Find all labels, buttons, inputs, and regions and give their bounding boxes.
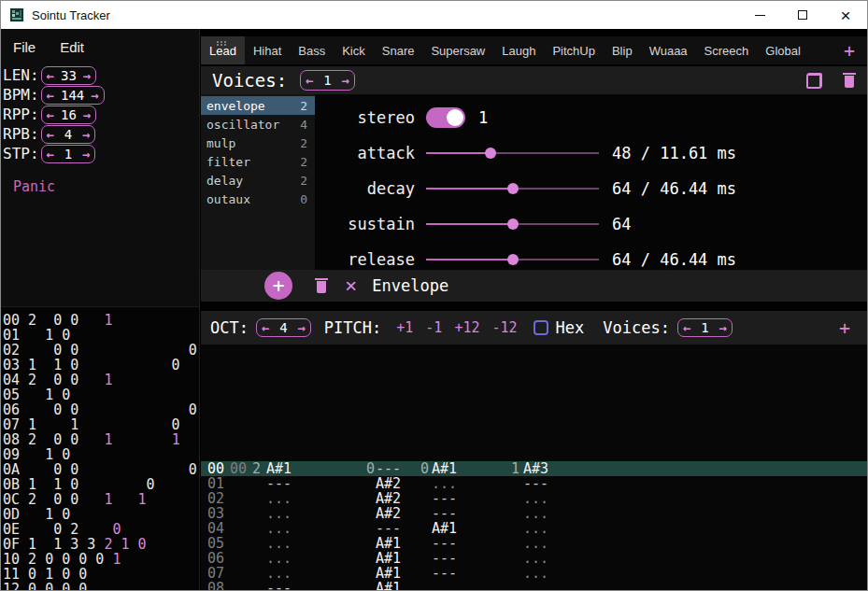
- slider-knob[interactable]: [485, 148, 496, 159]
- pattern-cell[interactable]: ...: [511, 491, 867, 506]
- menu-item[interactable]: File: [13, 39, 36, 55]
- order-list[interactable]: 00 2 0 0 101 1 002 0 0 003 1 1 0 004 2 0…: [1, 306, 199, 590]
- pattern-row[interactable]: 04 ...---A#1...: [201, 521, 867, 536]
- stepper-increment-icon[interactable]: →: [719, 321, 726, 334]
- order-list-row[interactable]: 04 2 0 0 1: [3, 373, 199, 387]
- instrument-tab[interactable]: PitchUp: [544, 36, 604, 64]
- pattern-cell[interactable]: [420, 581, 511, 590]
- order-list-row[interactable]: 0C 2 0 0 1 1: [3, 492, 199, 507]
- pattern-row[interactable]: 03 ...A#2---...: [201, 506, 867, 521]
- pattern-cell[interactable]: ...: [511, 521, 867, 536]
- pattern-row[interactable]: 02 ...A#2---...: [201, 491, 867, 506]
- delete-instrument-icon[interactable]: [843, 73, 856, 88]
- param-slider[interactable]: [426, 254, 599, 265]
- add-instrument-button[interactable]: +: [832, 39, 867, 62]
- pattern-cell[interactable]: ...: [511, 536, 867, 551]
- pitch-button[interactable]: +1: [396, 319, 413, 336]
- maximize-button[interactable]: [781, 1, 824, 29]
- unit-list-item[interactable]: oscillator 4: [201, 115, 315, 134]
- stepper-decrement-icon[interactable]: ←: [47, 128, 54, 141]
- pattern-cell[interactable]: A#2: [366, 491, 420, 506]
- order-list-row[interactable]: 11 0 1 0 0: [3, 567, 199, 582]
- slider-knob[interactable]: [507, 218, 519, 230]
- pattern-row[interactable]: 01 ---A#2...---: [201, 476, 867, 491]
- param-slider[interactable]: [426, 148, 599, 159]
- add-unit-button[interactable]: +: [264, 272, 292, 300]
- stepper-decrement-icon[interactable]: ←: [683, 321, 690, 334]
- stereo-toggle[interactable]: [426, 107, 465, 128]
- pattern-cell[interactable]: ...: [252, 566, 366, 581]
- stepper-increment-icon[interactable]: →: [297, 321, 305, 334]
- order-list-row[interactable]: 02 0 0 0: [3, 343, 199, 358]
- pattern-cell[interactable]: ...: [252, 521, 366, 536]
- slider-knob[interactable]: [507, 183, 519, 194]
- order-list-row[interactable]: 0E 0 2 0: [3, 522, 199, 537]
- pattern-cell[interactable]: 0---: [366, 461, 420, 476]
- panic-button[interactable]: Panic: [13, 178, 55, 195]
- instrument-tab[interactable]: Laugh: [493, 36, 544, 64]
- pattern-cell[interactable]: [511, 581, 867, 590]
- pattern-cell[interactable]: ---: [420, 506, 511, 521]
- pattern-cell[interactable]: ---: [420, 566, 511, 581]
- pattern-cell[interactable]: ---: [252, 476, 366, 491]
- pattern-cell[interactable]: 0A#1: [420, 461, 511, 476]
- stepper-decrement-icon[interactable]: ←: [306, 74, 313, 87]
- order-list-row[interactable]: 09 1 0: [3, 447, 199, 462]
- param-slider[interactable]: [426, 218, 599, 230]
- order-list-row[interactable]: 01 1 0: [3, 328, 199, 343]
- pattern-cell[interactable]: ...: [252, 536, 366, 551]
- pattern-cell[interactable]: A#1: [366, 536, 420, 551]
- order-list-row[interactable]: 0F 1 1 3 3 2 1 0: [3, 537, 199, 552]
- instrument-tab[interactable]: Hihat: [245, 36, 290, 64]
- order-list-row[interactable]: 12 0 0 0 0: [3, 582, 199, 590]
- order-list-row[interactable]: 0A 0 0 0: [3, 462, 199, 477]
- order-list-row[interactable]: 05 1 0: [3, 387, 199, 402]
- stepper-increment-icon[interactable]: →: [342, 74, 349, 87]
- stepper-decrement-icon[interactable]: ←: [47, 148, 54, 161]
- pattern-cell[interactable]: A#1: [420, 521, 511, 536]
- instrument-tab[interactable]: Lead: [201, 36, 245, 64]
- pattern-cell[interactable]: A#2: [366, 476, 420, 491]
- order-list-row[interactable]: 10 2 0 0 0 0 1: [3, 552, 199, 567]
- pattern-row[interactable]: 05 ...A#1---...: [201, 536, 867, 551]
- instrument-tab[interactable]: Blip: [604, 36, 641, 64]
- instrument-tab[interactable]: Supersaw: [422, 36, 493, 64]
- unit-list-item[interactable]: delay 2: [201, 171, 315, 190]
- pattern-cell[interactable]: ---: [420, 491, 511, 506]
- pattern-cell[interactable]: ...: [252, 551, 366, 566]
- pattern-cell[interactable]: ...: [511, 566, 867, 581]
- param-slider[interactable]: [426, 183, 599, 194]
- pattern-cell[interactable]: ---: [366, 521, 420, 536]
- pattern-cell[interactable]: ---: [252, 581, 366, 590]
- copy-instrument-icon[interactable]: [806, 73, 822, 89]
- instrument-tab[interactable]: Snare: [374, 36, 423, 64]
- pattern-row[interactable]: 00 00 2A#10---0A#11A#3: [201, 461, 867, 476]
- stepper-increment-icon[interactable]: →: [82, 128, 90, 141]
- unit-list-item[interactable]: outaux 0: [201, 190, 315, 208]
- instrument-tab[interactable]: Bass: [290, 36, 334, 64]
- pattern-row[interactable]: 07 ...A#1---...: [201, 566, 867, 581]
- pattern-cell[interactable]: ...: [511, 506, 867, 521]
- close-button[interactable]: ×: [824, 1, 867, 29]
- order-list-row[interactable]: 08 2 0 0 1 1: [3, 432, 199, 447]
- pattern-cell[interactable]: ---: [420, 551, 511, 566]
- instrument-tab[interactable]: Kick: [334, 36, 374, 64]
- pattern-cell[interactable]: A#1: [366, 581, 420, 590]
- pattern-row[interactable]: 08 ---A#1: [201, 581, 867, 590]
- instrument-tab[interactable]: Wuaaa: [641, 36, 696, 64]
- pattern-cell[interactable]: A#1: [366, 551, 420, 566]
- order-list-row[interactable]: 0B 1 1 0 0: [3, 477, 199, 492]
- close-unit-icon[interactable]: ×: [345, 275, 357, 296]
- instrument-tab[interactable]: Screech: [696, 36, 758, 64]
- delete-unit-icon[interactable]: [315, 278, 328, 293]
- stepper-increment-icon[interactable]: →: [83, 69, 91, 82]
- pattern-cell[interactable]: ...: [252, 506, 366, 521]
- order-list-row[interactable]: 00 2 0 0 1: [3, 313, 199, 328]
- pitch-button[interactable]: -12: [491, 319, 517, 336]
- instrument-tab[interactable]: Global: [757, 36, 809, 64]
- slider-knob[interactable]: [507, 254, 519, 265]
- pattern-cell[interactable]: ...: [420, 476, 511, 491]
- minimize-button[interactable]: [738, 1, 781, 29]
- stepper-decrement-icon[interactable]: ←: [47, 108, 54, 121]
- pattern-cell[interactable]: ---: [420, 536, 511, 551]
